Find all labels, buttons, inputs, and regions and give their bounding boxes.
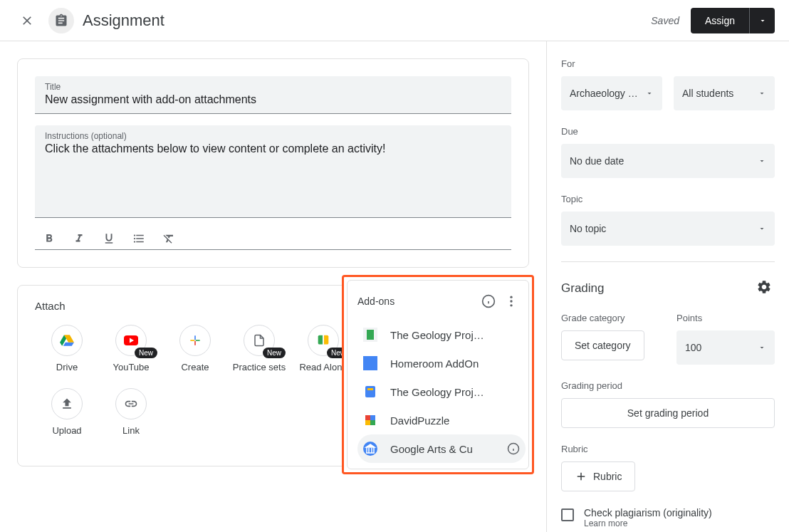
addon-icon: [363, 413, 377, 427]
grade-category-label: Grade category: [561, 313, 659, 323]
due-label: Due: [561, 126, 775, 137]
underline-button[interactable]: [100, 228, 117, 249]
instructions-label: Instructions (optional): [45, 131, 501, 141]
attach-drive[interactable]: Drive: [35, 325, 99, 374]
addon-item[interactable]: DavidPuzzle: [357, 406, 526, 434]
svg-point-4: [510, 296, 512, 298]
document-icon: [253, 333, 266, 348]
info-icon[interactable]: [507, 442, 520, 455]
caret-down-icon: [758, 343, 766, 352]
link-icon: [124, 397, 138, 411]
clear-format-icon: [162, 232, 175, 245]
title-value: New assignment with add-on attachments: [45, 93, 501, 106]
svg-rect-10: [365, 386, 375, 397]
attach-card: Attach Drive New YouTube Create New: [17, 285, 529, 466]
assignment-details-card: Title New assignment with add-on attachm…: [17, 58, 529, 268]
svg-point-6: [510, 304, 512, 306]
addon-icon: [363, 442, 377, 456]
caret-down-icon: [758, 224, 766, 233]
instructions-field[interactable]: Instructions (optional) Click the attach…: [35, 125, 511, 218]
more-vert-icon: [504, 294, 518, 308]
new-badge: New: [263, 348, 286, 358]
addon-item[interactable]: The Geology Proj…: [357, 377, 526, 406]
rubric-button[interactable]: Rubric: [561, 461, 635, 491]
underline-icon: [103, 232, 115, 245]
grading-period-label: Grading period: [561, 380, 775, 391]
bold-button[interactable]: [41, 228, 58, 249]
list-button[interactable]: [130, 228, 147, 249]
addon-icon: [363, 385, 377, 399]
caret-down-icon: [758, 157, 766, 165]
plus-icon: [575, 470, 587, 483]
addons-info-button[interactable]: [480, 291, 497, 312]
attach-practice-sets[interactable]: New Practice sets: [227, 325, 291, 374]
addon-icon: [363, 328, 377, 342]
sidebar: For Archaeology … All students Due No du…: [547, 41, 789, 532]
clear-format-button[interactable]: [160, 228, 177, 249]
topic-label: Topic: [561, 194, 775, 204]
addons-panel: Add-ons The Geology Proj… Homeroom AddOn: [342, 275, 534, 474]
svg-rect-9: [363, 356, 377, 370]
topbar: Assignment Saved Assign: [0, 0, 789, 41]
svg-point-12: [363, 442, 377, 456]
format-toolbar: [35, 218, 511, 250]
points-select[interactable]: 100: [676, 330, 775, 365]
addons-list[interactable]: The Geology Proj… Homeroom AddOn The Geo…: [357, 320, 526, 463]
students-select[interactable]: All students: [674, 76, 775, 110]
addons-title: Add-ons: [357, 296, 480, 307]
addons-more-button[interactable]: [503, 291, 520, 312]
book-icon: [315, 333, 331, 348]
attach-upload[interactable]: Upload: [35, 388, 99, 437]
assign-button[interactable]: Assign: [691, 8, 749, 33]
for-label: For: [561, 58, 775, 69]
svg-rect-11: [367, 388, 373, 390]
clipboard-icon: [54, 14, 68, 28]
addon-item[interactable]: Google Arts & Cu: [357, 434, 526, 463]
attach-link[interactable]: Link: [99, 388, 163, 437]
topic-select[interactable]: No topic: [561, 212, 775, 246]
title-label: Title: [45, 82, 501, 92]
due-select[interactable]: No due date: [561, 144, 775, 178]
addon-item[interactable]: The Geology Proj…: [357, 320, 526, 349]
class-select[interactable]: Archaeology …: [561, 76, 662, 110]
instructions-value: Click the attachments below to view cont…: [45, 142, 501, 155]
set-grading-period-button[interactable]: Set grading period: [561, 398, 775, 428]
assign-dropdown-button[interactable]: [749, 8, 775, 33]
caret-down-icon: [758, 16, 767, 25]
close-icon: [20, 14, 34, 28]
svg-point-5: [510, 300, 512, 302]
italic-icon: [73, 232, 85, 245]
plagiarism-label: Check plagiarism (originality): [584, 507, 712, 518]
svg-rect-8: [367, 330, 374, 340]
upload-icon: [60, 397, 74, 411]
close-button[interactable]: [14, 8, 40, 33]
plagiarism-checkbox[interactable]: [561, 508, 574, 521]
learn-more-link[interactable]: Learn more: [584, 518, 712, 528]
points-label: Points: [676, 313, 775, 323]
set-category-button[interactable]: Set category: [561, 330, 644, 360]
drive-icon: [59, 333, 75, 348]
assignment-type-icon: [48, 8, 74, 33]
title-field[interactable]: Title New assignment with add-on attachm…: [35, 76, 511, 114]
info-icon: [481, 294, 496, 308]
attach-create[interactable]: Create: [163, 325, 227, 374]
rubric-label: Rubric: [561, 444, 775, 454]
youtube-icon: [122, 332, 140, 349]
addon-item[interactable]: Homeroom AddOn: [357, 349, 526, 377]
saved-status: Saved: [651, 15, 679, 26]
new-badge: New: [135, 348, 157, 358]
italic-button[interactable]: [70, 228, 88, 249]
caret-down-icon: [645, 89, 654, 98]
grading-title: Grading: [561, 281, 604, 296]
caret-down-icon: [758, 89, 766, 98]
page-title: Assignment: [83, 11, 164, 30]
bold-icon: [43, 232, 56, 245]
gear-icon: [756, 279, 772, 295]
list-icon: [132, 232, 145, 245]
attach-youtube[interactable]: New YouTube: [99, 325, 163, 374]
divider: [561, 261, 775, 262]
plus-icon: [188, 333, 202, 348]
grading-settings-button[interactable]: [753, 276, 775, 300]
addon-icon: [363, 356, 377, 370]
